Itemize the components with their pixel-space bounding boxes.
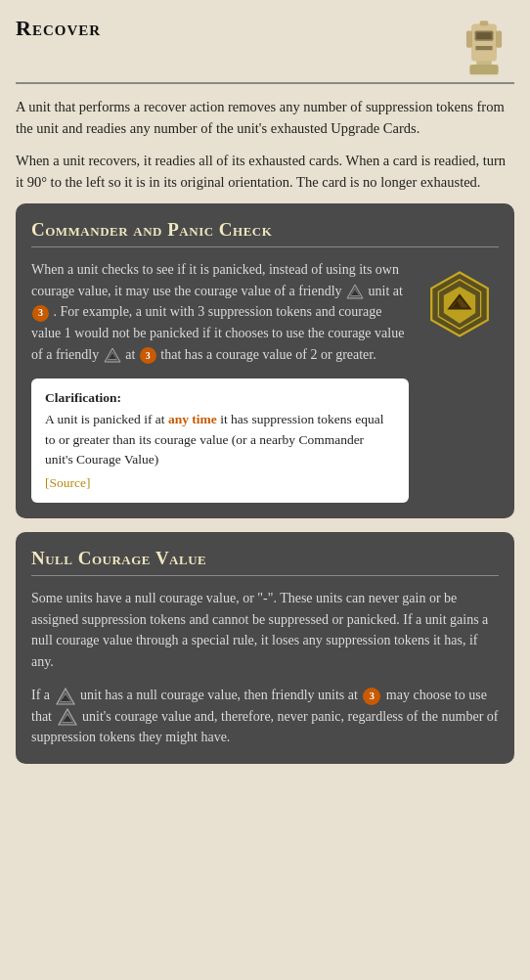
svg-rect-2 [471,24,497,62]
commander-hex-icon-wrap [420,269,499,339]
null-body2-pre: If a [31,688,50,702]
commander-text-5: that has a courage value of 2 or greater… [160,347,375,362]
null-section-title: Null Courage Value [31,548,499,576]
commander-text-4: at [125,347,139,362]
source-link[interactable]: [Source] [45,475,395,491]
page-title: Recover [16,16,101,41]
null-body2-mid1: unit has a null courage value, then frie… [80,688,358,702]
svg-rect-7 [496,31,502,48]
clarification-highlight-any: any time [168,412,217,426]
null-body2-mid3: unit's courage value and, therefore, nev… [31,709,498,745]
clarification-box: Clarification: A unit is panicked if at … [31,379,409,503]
null-courage-badge: 3 [363,688,380,705]
commander-text-2: unit at [369,284,403,298]
null-body-2: If a unit has a null courage value, then… [31,685,499,748]
commander-hex-icon [424,269,495,339]
null-section-body: Some units have a null courage value, or… [31,588,499,748]
commander-text-1: When a unit checks to see if it is panic… [31,262,399,298]
null-commander-icon-1 [56,688,75,705]
null-section: Null Courage Value Some units have a nul… [16,532,514,764]
svg-rect-6 [466,31,472,48]
svg-rect-1 [469,65,498,74]
svg-rect-8 [480,21,489,25]
svg-rect-4 [476,32,492,39]
commander-body: When a unit checks to see if it is panic… [31,259,409,365]
intro-paragraph-1: A unit that performs a recover action re… [16,96,514,140]
commander-section: Commander and Panic Check When a unit ch… [16,203,514,518]
page-header: Recover [16,16,514,84]
commander-inline-icon-1 [346,284,364,299]
clarification-text: A unit is panicked if at any time it has… [45,410,395,469]
page-container: Recover A unit that performs a recover a… [0,0,530,793]
intro-paragraph-2: When a unit recovers, it readies all of … [16,150,514,194]
commander-section-content: When a unit checks to see if it is panic… [31,259,499,503]
commander-section-title: Commander and Panic Check [31,219,499,247]
commander-section-text: When a unit checks to see if it is panic… [31,259,409,503]
null-body-1: Some units have a null courage value, or… [31,588,499,673]
courage-badge-2: 3 [140,347,156,364]
svg-rect-5 [475,46,492,50]
droid-icon [454,16,514,76]
null-commander-icon-2 [58,708,77,726]
commander-inline-icon-2 [104,347,121,363]
courage-badge-1: 3 [32,305,49,322]
clarification-label: Clarification: [45,390,395,406]
clarification-text-content: A unit is panicked if at [45,412,168,426]
